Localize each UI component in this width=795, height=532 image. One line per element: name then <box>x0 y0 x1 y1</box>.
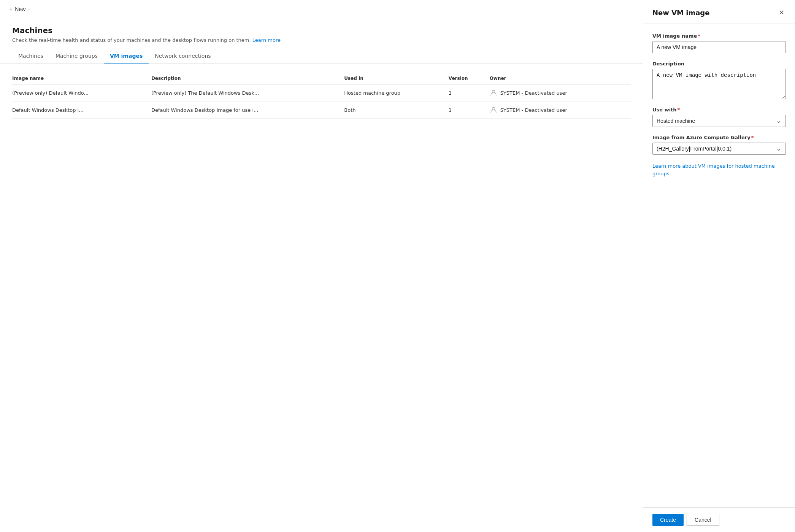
tab-bar: Machines Machine groups VM images Networ… <box>0 43 643 64</box>
description-label: Description <box>652 61 786 67</box>
col-used-in: Used in <box>344 73 449 84</box>
vm-images-table: Image name Description Used in Version O… <box>12 73 631 119</box>
image-from-gallery-field: Image from Azure Compute Gallery* (H2H_G… <box>652 135 786 155</box>
vm-image-name-label: VM image name* <box>652 33 786 39</box>
table-row[interactable]: Default Windows Desktop I... Default Win… <box>12 102 631 119</box>
new-label: New <box>15 6 25 12</box>
tab-network-connections[interactable]: Network connections <box>149 49 217 64</box>
side-panel: New VM image ✕ VM image name* Descriptio… <box>643 0 795 532</box>
page-subtitle: Check the real-time health and status of… <box>12 37 631 43</box>
user-icon <box>490 106 497 114</box>
col-image-name: Image name <box>12 73 151 84</box>
cell-owner: SYSTEM - Deactivated user <box>490 84 631 102</box>
required-star: * <box>698 33 700 39</box>
cell-used-in: Hosted machine group <box>344 84 449 102</box>
user-icon <box>490 89 497 97</box>
vm-image-name-field: VM image name* <box>652 33 786 53</box>
required-star: * <box>751 135 754 140</box>
panel-footer: Create Cancel <box>643 507 795 532</box>
use-with-field: Use with* Hosted machine Hosted machine … <box>652 107 786 127</box>
tab-vm-images[interactable]: VM images <box>104 49 149 64</box>
tab-machine-groups[interactable]: Machine groups <box>49 49 104 64</box>
cancel-button[interactable]: Cancel <box>687 514 719 526</box>
tab-machines[interactable]: Machines <box>12 49 49 64</box>
chevron-down-icon: ⌄ <box>28 7 31 11</box>
col-description: Description <box>151 73 344 84</box>
required-star: * <box>678 107 680 113</box>
panel-title: New VM image <box>652 9 709 17</box>
cell-version: 1 <box>449 102 490 119</box>
table-container: Image name Description Used in Version O… <box>0 64 643 532</box>
image-from-gallery-select[interactable]: (H2H_Gallery|FromPortal|0.0.1) <box>652 143 786 155</box>
vm-image-name-input[interactable] <box>652 41 786 53</box>
table-row[interactable]: (Preview only) Default Windo... (Preview… <box>12 84 631 102</box>
cell-used-in: Both <box>344 102 449 119</box>
panel-header: New VM image ✕ <box>643 0 795 24</box>
close-button[interactable]: ✕ <box>777 8 786 17</box>
cell-image-name: (Preview only) Default Windo... <box>12 84 151 102</box>
learn-more-link[interactable]: Learn more <box>252 37 281 43</box>
cell-version: 1 <box>449 84 490 102</box>
page-title: Machines <box>12 26 631 35</box>
top-bar: + New ⌄ <box>0 0 643 18</box>
new-button[interactable]: + New ⌄ <box>6 4 34 14</box>
col-version: Version <box>449 73 490 84</box>
cell-description: Default Windows Desktop Image for use i.… <box>151 102 344 119</box>
vm-images-learn-more-link[interactable]: Learn more about VM images for hosted ma… <box>652 162 786 177</box>
cell-owner: SYSTEM - Deactivated user <box>490 102 631 119</box>
use-with-select-wrapper: Hosted machine Hosted machine group Both <box>652 115 786 127</box>
image-from-gallery-label: Image from Azure Compute Gallery* <box>652 135 786 140</box>
description-textarea[interactable] <box>652 69 786 99</box>
cell-image-name: Default Windows Desktop I... <box>12 102 151 119</box>
cell-description: (Preview only) The Default Windows Desk.… <box>151 84 344 102</box>
page-header: Machines Check the real-time health and … <box>0 18 643 43</box>
panel-body: VM image name* Description Use with* Hos… <box>643 24 795 507</box>
description-field: Description <box>652 61 786 99</box>
create-button[interactable]: Create <box>652 514 684 526</box>
col-owner: Owner <box>490 73 631 84</box>
plus-icon: + <box>9 6 13 13</box>
image-from-gallery-select-wrapper: (H2H_Gallery|FromPortal|0.0.1) <box>652 143 786 155</box>
use-with-label: Use with* <box>652 107 786 113</box>
use-with-select[interactable]: Hosted machine Hosted machine group Both <box>652 115 786 127</box>
